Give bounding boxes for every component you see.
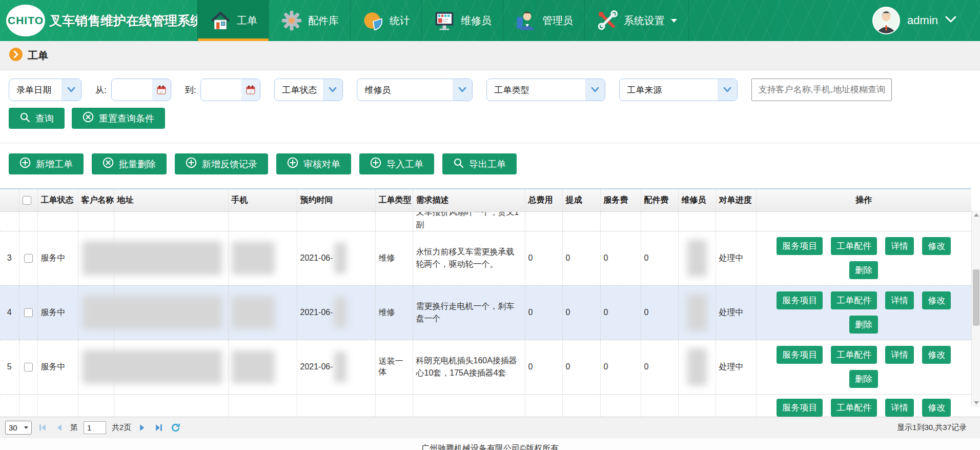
header-total-fee: 总费用 <box>525 189 562 211</box>
table-scrollbar[interactable] <box>971 210 980 407</box>
nav-item-admins[interactable]: 管理员 <box>503 0 584 41</box>
filter-row: 录单日期 从: 17 到: 17 工单状态 <box>0 70 980 101</box>
order-parts-button[interactable]: 工单配件 <box>831 291 877 309</box>
header-rownum <box>0 189 19 211</box>
calendar-icon[interactable]: 17 <box>241 79 260 101</box>
refresh-icon[interactable] <box>170 422 181 434</box>
to-date-input[interactable]: 17 <box>200 79 260 101</box>
page: CHITO 叉车销售维护在线管理系统 工单 配件库 统计 <box>0 0 980 450</box>
status-select[interactable]: 工单状态 <box>274 79 343 101</box>
order-parts-button[interactable]: 工单配件 <box>831 346 877 364</box>
redacted-customer-name <box>83 296 222 329</box>
import-workorder-button[interactable]: 导入工单 <box>359 153 434 174</box>
cell-description-clipped: 叉车报价风扇叶一个，货叉1副 1200mm <box>413 211 525 231</box>
admin-person-icon <box>515 9 537 32</box>
service-items-button[interactable]: 服务项目 <box>777 346 823 364</box>
delete-button[interactable]: 删除 <box>849 316 878 334</box>
nav-item-statistics[interactable]: 统计 <box>350 0 421 41</box>
cell-phone <box>228 231 297 285</box>
next-page-button[interactable] <box>137 422 148 433</box>
nav-item-workorders[interactable]: 工单 <box>197 0 269 41</box>
detail-button[interactable]: 详情 <box>885 346 914 364</box>
cell-commission: 0 <box>562 231 600 285</box>
scroll-up-arrow-icon[interactable] <box>972 210 980 219</box>
redacted-phone <box>232 296 275 329</box>
search-button[interactable]: 查询 <box>9 108 65 129</box>
nav-item-repairmen[interactable]: 维修员 <box>421 0 503 41</box>
order-type-select[interactable]: 工单类型 <box>486 79 605 101</box>
edit-button[interactable]: 修改 <box>922 399 951 417</box>
detail-button[interactable]: 详情 <box>885 237 914 255</box>
chevron-down-icon <box>62 79 81 101</box>
add-workorder-button[interactable]: 新增工单 <box>9 153 84 174</box>
last-page-button[interactable] <box>153 422 164 433</box>
row-actions: 服务项目 工单配件 详情 修改 删除 <box>760 287 969 338</box>
header-status: 工单状态 <box>37 189 78 211</box>
cell-total-fee: 0 <box>525 285 562 340</box>
delete-button[interactable]: 删除 <box>849 261 878 279</box>
header-appointment: 预约时间 <box>297 189 375 211</box>
nav-item-label: 统计 <box>390 14 410 28</box>
svg-text:17: 17 <box>159 90 163 93</box>
date-type-value: 录单日期 <box>16 84 51 96</box>
page-size-select[interactable]: 30 <box>5 421 32 435</box>
order-source-select[interactable]: 工单来源 <box>619 79 738 101</box>
cell-type: 送装一体 <box>375 340 413 394</box>
row-number: 3 <box>0 231 19 285</box>
status-select-value: 工单状态 <box>282 84 317 96</box>
user-menu[interactable]: admin <box>872 0 980 41</box>
edit-button[interactable]: 修改 <box>922 346 951 364</box>
header-phone: 手机 <box>228 189 297 211</box>
cell-total-fee: 0 <box>525 231 562 285</box>
toolbar: 新增工单 批量删除 新增反馈记录 审核对单 导入工单 <box>0 143 980 174</box>
page-number-input[interactable] <box>84 421 106 434</box>
select-all-checkbox[interactable] <box>23 196 31 205</box>
monitor-icon <box>433 9 456 32</box>
reset-button[interactable]: 重置查询条件 <box>72 108 165 129</box>
scrollbar-thumb[interactable] <box>973 269 979 326</box>
avatar <box>872 7 900 34</box>
detail-button[interactable]: 详情 <box>885 291 914 309</box>
from-date-input[interactable]: 17 <box>111 79 171 101</box>
cell-repairman <box>678 285 716 340</box>
plus-circle-icon <box>287 157 298 171</box>
header-type: 工单类型 <box>375 189 413 211</box>
edit-button[interactable]: 修改 <box>922 291 951 309</box>
delete-button[interactable]: 删除 <box>849 370 878 388</box>
audit-order-button[interactable]: 审核对单 <box>276 153 351 174</box>
nav-item-parts[interactable]: 配件库 <box>269 0 350 41</box>
nav-item-label: 配件库 <box>308 14 339 28</box>
home-icon <box>209 9 232 32</box>
service-items-button[interactable]: 服务项目 <box>777 291 823 309</box>
header-customer: 客户名称 <box>78 189 114 211</box>
nav-item-settings[interactable]: 系统设置 <box>584 0 689 41</box>
to-label: 到: <box>185 84 196 96</box>
detail-button[interactable]: 详情 <box>885 399 914 417</box>
order-parts-button[interactable]: 工单配件 <box>831 237 877 255</box>
calendar-icon[interactable]: 17 <box>152 79 171 101</box>
breadcrumb-arrow-icon <box>9 48 23 63</box>
page-title: 工单 <box>28 49 48 63</box>
scroll-down-arrow-icon[interactable] <box>972 398 980 407</box>
prev-page-button[interactable] <box>54 422 65 433</box>
row-checkbox[interactable] <box>24 363 33 371</box>
header-description: 需求描述 <box>413 189 525 211</box>
first-page-button[interactable] <box>37 422 48 433</box>
batch-delete-button[interactable]: 批量删除 <box>92 153 167 174</box>
order-parts-button[interactable]: 工单配件 <box>831 399 877 417</box>
add-feedback-button[interactable]: 新增反馈记录 <box>175 153 268 174</box>
repairman-select[interactable]: 维修员 <box>357 79 473 101</box>
service-items-button[interactable]: 服务项目 <box>777 399 823 417</box>
chevron-down-icon <box>585 79 605 101</box>
search-input[interactable] <box>751 79 892 101</box>
service-items-button[interactable]: 服务项目 <box>777 237 823 255</box>
table-row: 3 服务中 2021-06- 维修 永恒力前移叉车需更换承载轮两个，驱动轮一个。… <box>0 231 971 285</box>
export-workorder-button[interactable]: 导出工单 <box>442 153 517 174</box>
edit-button[interactable]: 修改 <box>922 237 951 255</box>
svg-text:17: 17 <box>249 90 253 93</box>
date-type-select[interactable]: 录单日期 <box>9 79 81 101</box>
redacted-date-suffix <box>334 243 346 273</box>
row-checkbox[interactable] <box>24 254 33 263</box>
row-checkbox[interactable] <box>24 308 33 317</box>
cell-commission: 0 <box>562 285 600 340</box>
